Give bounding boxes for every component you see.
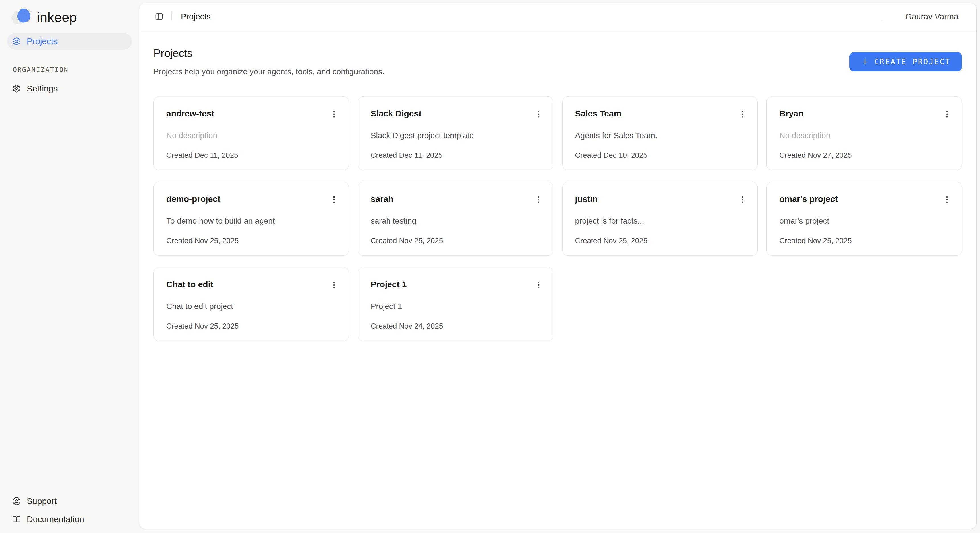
book-open-icon	[12, 515, 21, 523]
project-created-date: Created Dec 11, 2025	[166, 151, 336, 159]
sidebar-item-support[interactable]: Support	[7, 492, 132, 510]
project-description: No description	[779, 131, 949, 140]
page-title: Projects	[153, 47, 384, 59]
project-menu-button[interactable]	[532, 279, 545, 291]
project-card[interactable]: omar's project omar's project Created No…	[767, 181, 962, 256]
project-menu-button[interactable]	[941, 193, 953, 206]
project-description: To demo how to build an agent	[166, 216, 336, 226]
project-name: Project 1	[371, 279, 541, 290]
sidebar-item-label: Documentation	[27, 514, 84, 524]
project-created-date: Created Dec 11, 2025	[371, 151, 541, 159]
page-header-text: Projects Projects help you organize your…	[153, 47, 384, 76]
project-created-date: Created Nov 25, 2025	[166, 322, 336, 330]
sidebar: inkeep Projects ORGANIZATION Settings	[0, 0, 139, 533]
sidebar-item-projects[interactable]: Projects	[7, 33, 132, 49]
plus-icon	[861, 57, 869, 66]
project-menu-button[interactable]	[736, 193, 749, 206]
project-name: justin	[575, 194, 745, 204]
project-card[interactable]: Bryan No description Created Nov 27, 202…	[767, 96, 962, 170]
gear-icon	[12, 84, 21, 93]
create-project-label: CREATE PROJECT	[874, 57, 951, 66]
project-name: Bryan	[779, 108, 949, 119]
sidebar-item-label: Support	[27, 496, 57, 506]
brand-name: inkeep	[37, 10, 77, 25]
project-card[interactable]: Project 1 Project 1 Created Nov 24, 2025	[358, 267, 554, 341]
sidebar-item-settings[interactable]: Settings	[7, 80, 132, 97]
inkeep-logo-icon	[11, 8, 32, 26]
project-menu-button[interactable]	[736, 108, 749, 121]
create-project-button[interactable]: CREATE PROJECT	[849, 52, 962, 72]
project-created-date: Created Nov 25, 2025	[371, 236, 541, 245]
project-name: Chat to edit	[166, 279, 336, 290]
project-created-date: Created Nov 24, 2025	[371, 322, 541, 330]
project-card[interactable]: Slack Digest Slack Digest project templa…	[358, 96, 554, 170]
project-name: Sales Team	[575, 108, 745, 119]
project-card[interactable]: Chat to edit Chat to edit project Create…	[153, 267, 349, 341]
project-card[interactable]: andrew-test No description Created Dec 1…	[153, 96, 349, 170]
project-menu-button[interactable]	[532, 108, 545, 121]
topbar-right-divider	[882, 12, 882, 21]
project-description: Agents for Sales Team.	[575, 131, 745, 140]
project-created-date: Created Nov 25, 2025	[779, 236, 949, 245]
page-content: Projects Projects help you organize your…	[139, 30, 976, 529]
project-card[interactable]: sarah sarah testing Created Nov 25, 2025	[358, 181, 554, 256]
project-description: Slack Digest project template	[371, 131, 541, 140]
project-description: sarah testing	[371, 216, 541, 226]
project-name: andrew-test	[166, 108, 336, 119]
breadcrumb: Projects	[181, 12, 211, 21]
sidebar-item-label: Settings	[27, 84, 57, 93]
project-name: Slack Digest	[371, 108, 541, 119]
project-card[interactable]: demo-project To demo how to build an age…	[153, 181, 349, 256]
project-menu-button[interactable]	[328, 193, 340, 206]
brand-logo: inkeep	[11, 8, 132, 26]
sidebar-item-label: Projects	[27, 37, 57, 46]
project-menu-button[interactable]	[328, 108, 340, 121]
project-description: Chat to edit project	[166, 302, 336, 311]
project-menu-button[interactable]	[532, 193, 545, 206]
project-created-date: Created Nov 25, 2025	[575, 236, 745, 245]
project-menu-button[interactable]	[941, 108, 953, 121]
page-subtitle: Projects help you organize your agents, …	[153, 67, 384, 76]
project-card[interactable]: justin project is for facts... Created N…	[562, 181, 758, 256]
project-description: project is for facts...	[575, 216, 745, 226]
user-menu[interactable]: Gaurav Varma	[905, 12, 958, 21]
main-panel: Projects Gaurav Varma Projects Projects …	[139, 3, 977, 529]
project-description: No description	[166, 131, 336, 140]
projects-grid: andrew-test No description Created Dec 1…	[153, 96, 962, 341]
sidebar-section-label: ORGANIZATION	[13, 66, 132, 73]
project-name: demo-project	[166, 194, 336, 204]
topbar: Projects Gaurav Varma	[139, 3, 976, 30]
sidebar-toggle-button[interactable]	[155, 12, 164, 21]
sidebar-item-documentation[interactable]: Documentation	[7, 510, 132, 528]
project-description: Project 1	[371, 302, 541, 311]
project-created-date: Created Nov 25, 2025	[166, 236, 336, 245]
project-name: sarah	[371, 194, 541, 204]
project-name: omar's project	[779, 194, 949, 204]
layers-icon	[12, 37, 21, 46]
project-created-date: Created Dec 10, 2025	[575, 151, 745, 159]
lifebuoy-icon	[12, 497, 21, 505]
project-menu-button[interactable]	[328, 279, 340, 291]
project-card[interactable]: Sales Team Agents for Sales Team. Create…	[562, 96, 758, 170]
project-description: omar's project	[779, 216, 949, 226]
project-created-date: Created Nov 27, 2025	[779, 151, 949, 159]
